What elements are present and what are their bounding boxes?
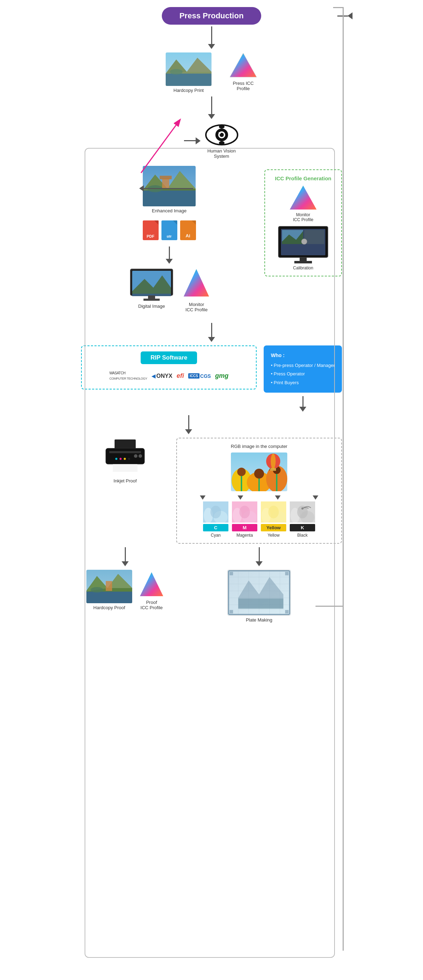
arrow-who (299, 396, 306, 412)
monitor-icc-gamut (183, 268, 210, 300)
channel-c: C Cyan (203, 501, 228, 538)
svg-rect-43 (113, 464, 137, 472)
svg-point-46 (115, 458, 117, 460)
svg-marker-30 (184, 269, 209, 296)
yellow-name: Yellow (268, 533, 279, 538)
channel-y: Yellow Yellow (261, 501, 286, 538)
svg-marker-89 (140, 572, 163, 596)
icc-generation-box: ICC Profile Generation MonitorICC Profil (264, 169, 342, 277)
svg-rect-104 (230, 572, 233, 575)
svg-point-81 (302, 508, 303, 509)
human-vision-label: Human VisionSystem (207, 148, 236, 159)
plate-making-image (227, 570, 291, 616)
press-icc-label: Press ICCProfile (233, 81, 254, 91)
black-name: Black (297, 533, 307, 538)
eye-icon (204, 123, 239, 147)
cyan-name: Cyan (211, 533, 221, 538)
cgs-logo: ICCS CGS (188, 373, 211, 379)
svg-rect-106 (230, 610, 233, 613)
svg-rect-2 (166, 73, 212, 86)
svg-point-37 (302, 239, 307, 244)
svg-point-44 (134, 454, 137, 458)
channel-k: K Black (290, 501, 315, 538)
press-production-title: Press Production (179, 11, 244, 20)
svg-rect-107 (285, 610, 289, 613)
svg-point-48 (124, 458, 126, 460)
svg-point-76 (268, 506, 279, 519)
rgb-cmyk-box: RGB image in the computer (176, 438, 342, 544)
svg-point-64 (271, 453, 276, 469)
hardcopy-proof-label: Hardcopy Proof (93, 605, 125, 610)
hardcopy-proof-image (86, 570, 132, 603)
svg-point-13 (219, 125, 225, 129)
wasatch-logo: WASATCH COMPUTER TECHNOLOGY (109, 371, 147, 381)
svg-rect-29 (144, 299, 160, 301)
inkjet-proof-label: Inkjet Proof (113, 478, 137, 484)
rgb-image (231, 452, 287, 491)
cmyk-channels: C Cyan M Magenta (182, 501, 336, 538)
svg-point-57 (237, 468, 246, 476)
svg-point-49 (128, 458, 130, 460)
who-item-2: • Press Operator (271, 370, 335, 379)
svg-point-12 (219, 132, 221, 134)
svg-point-72 (239, 506, 250, 519)
file-formats: PDF tIfF Ai (143, 220, 196, 240)
hardcopy-section: Hardcopy Print Press ICCProfile (81, 52, 342, 93)
who-item-3: • Print Buyers (271, 379, 335, 387)
calibration-monitor (277, 226, 330, 264)
svg-rect-84 (86, 592, 132, 603)
svg-point-68 (211, 506, 221, 519)
magenta-name: Magenta (236, 533, 253, 538)
enhanced-image-label: Enhanced Image (152, 208, 187, 213)
ai-icon: Ai (180, 220, 196, 240)
who-item-1: • Pre-press Operator / Manager (271, 361, 335, 370)
svg-rect-23 (160, 176, 172, 179)
digital-image-label: Digital Image (138, 304, 165, 309)
svg-marker-6 (230, 53, 257, 77)
arrow-3 (166, 247, 173, 264)
svg-rect-39 (294, 261, 312, 263)
proof-icc-gamut (139, 571, 164, 598)
arrow-2 (81, 97, 342, 119)
svg-rect-28 (148, 296, 155, 299)
hardcopy-print-label: Hardcopy Print (174, 88, 204, 93)
who-title: Who : (271, 351, 335, 360)
calibration-label: Calibration (293, 266, 313, 270)
icc-generation-title: ICC Profile Generation (270, 175, 336, 181)
proof-icc-label: ProofICC Profile (140, 600, 163, 610)
svg-point-87 (91, 587, 103, 593)
plate-making-label: Plate Making (246, 617, 272, 622)
rip-software-section: RIP Software WASATCH COMPUTER TECHNOLOGY… (81, 345, 257, 390)
tiff-icon: tIfF (161, 220, 177, 240)
onyx-logo: ◀ ONYX (152, 373, 172, 379)
monitor-icc-label-2: MonitorICC Profile (185, 302, 208, 312)
efi-logo: efi (177, 372, 184, 380)
arrow-7 (255, 547, 263, 566)
svg-rect-42 (109, 451, 141, 453)
svg-point-14 (219, 141, 225, 145)
svg-rect-102 (238, 598, 283, 609)
arrow-4 (81, 323, 342, 342)
channel-m: M Magenta (232, 501, 257, 538)
svg-rect-105 (285, 572, 289, 575)
svg-point-58 (254, 469, 264, 479)
svg-rect-36 (304, 230, 324, 244)
digital-image-monitor (129, 268, 174, 302)
rip-software-label: RIP Software (140, 352, 197, 364)
svg-rect-18 (143, 191, 196, 206)
pdf-icon: PDF (143, 220, 159, 240)
press-icc-gamut (229, 52, 257, 79)
monitor-icc-inner-label: MonitorICC Profile (293, 212, 313, 222)
svg-point-47 (120, 458, 121, 460)
svg-point-5 (170, 69, 183, 75)
svg-marker-31 (290, 186, 316, 210)
gmg-logo: gmg (215, 372, 228, 380)
arrow-5 (35, 415, 342, 434)
human-vision-section: Human VisionSystem (81, 123, 342, 159)
arrow-6 (121, 547, 129, 566)
arrow-1 (81, 26, 342, 49)
icc-gamut-inner (289, 185, 317, 211)
hardcopy-print-image (166, 52, 212, 86)
rgb-label: RGB image in the computer (182, 444, 336, 449)
brand-logos: WASATCH COMPUTER TECHNOLOGY ◀ ONYX efi I… (87, 368, 251, 383)
